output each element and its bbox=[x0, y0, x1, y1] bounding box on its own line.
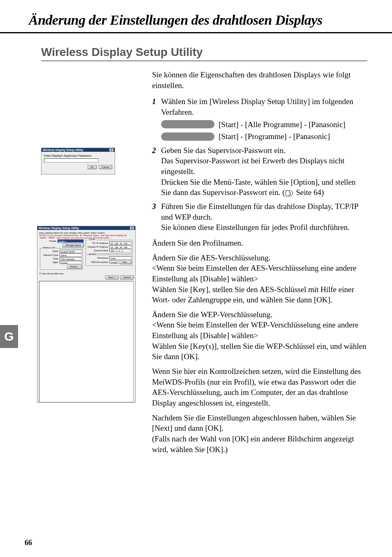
aes-field: Disable bbox=[109, 260, 119, 264]
callout-1: Ändern Sie den Profilnamen. bbox=[152, 238, 367, 248]
callout-3b: <Wenn Sie beim Einstellen der WEP-Versch… bbox=[152, 320, 367, 341]
final-1: Nachdem Sie die Einstellungen abgeschlos… bbox=[152, 413, 367, 434]
callout-3a: Ändern Sie die WEP-Verschlüsselung. bbox=[152, 309, 367, 320]
rate-label: Rate bbox=[41, 258, 60, 260]
section-rule bbox=[41, 60, 367, 61]
dispip-label: Display IP Address bbox=[87, 246, 109, 248]
step-3-line2: Sie können diese Einstellungen für jedes… bbox=[161, 222, 367, 233]
rate-field: Fully Automatic bbox=[60, 257, 82, 260]
step-2-number: 2 bbox=[152, 145, 161, 198]
side-tab: G bbox=[0, 325, 18, 348]
wep-field: Disable bbox=[60, 261, 82, 264]
password-dialog-screenshot: Wireless Display Setup Utility × Enter D… bbox=[41, 148, 115, 174]
change-name-button: Change Name bbox=[62, 243, 84, 247]
step-2-line3b: Seite 64) bbox=[294, 188, 324, 197]
subnet-label: Subnet Mask bbox=[87, 249, 109, 252]
nettype-field: AdHoc bbox=[60, 253, 82, 257]
nettype-label: Network Type bbox=[41, 254, 60, 256]
section-title: Wireless Display Setup Utility bbox=[41, 46, 392, 59]
aes-label: AES Encryption bbox=[87, 261, 109, 263]
meiwds-legend: MeiWDS bbox=[88, 253, 97, 255]
wep-label: WEP bbox=[41, 261, 60, 264]
wlan-legend: Wireless LAN bbox=[42, 246, 56, 249]
meiwds-pw-field: wdsp bbox=[109, 256, 131, 260]
setup-whitearea bbox=[39, 281, 134, 402]
pw-dialog-input bbox=[44, 158, 99, 162]
step-2-line2: Das Supervisor-Passwort ist bei Erwerb d… bbox=[161, 155, 367, 176]
intro-text: Sie können die Eigenschaften des drahtlo… bbox=[152, 70, 367, 91]
pw-cancel-button: Cancel bbox=[99, 165, 112, 169]
final-2: (Falls nach der Wahl von [OK] ein andere… bbox=[152, 434, 367, 455]
callout-2c: Wählen Sie [Key], stellen Sie den AES-Sc… bbox=[152, 284, 367, 305]
step-2-line3a: Drücken Sie die Menü-Taste, wählen Sie [… bbox=[161, 178, 356, 197]
close-icon: × bbox=[130, 227, 134, 230]
tcpip-legend: TCP/IP bbox=[88, 238, 96, 241]
profile-field: Profile 1 bbox=[58, 239, 84, 243]
setup-cancel-button: Cancel bbox=[120, 275, 134, 279]
dispip-field: 10 . 130 . 44 . 234 bbox=[109, 245, 131, 248]
title-rule bbox=[0, 32, 392, 33]
ssid-field: cfvdw07-32794 bbox=[60, 250, 82, 253]
callout-3c: Wählen Sie [Key(s)], stellen Sie die WEP… bbox=[152, 341, 367, 362]
reference-icon bbox=[286, 190, 293, 196]
setup-hint2: NOTE: If you choose "Infrastructure" at … bbox=[39, 234, 134, 239]
pw-dialog-prompt: Enter Display's Supervisor Password. bbox=[44, 154, 112, 157]
page-number: 66 bbox=[25, 538, 32, 547]
step-1-text: Wählen Sie im [Wireless Display Setup Ut… bbox=[161, 96, 367, 117]
page-title: Änderung der Einstellungen des drahtlose… bbox=[0, 0, 392, 32]
callout-4: Wenn Sie hier ein Kontrollzeichen setzen… bbox=[152, 366, 367, 408]
use-profile-label: Use this profile now. bbox=[42, 272, 64, 275]
profile-label: Profile bbox=[39, 240, 58, 242]
subnet-field: 255 . 0 . 0 . 0 bbox=[109, 249, 131, 252]
use-profile-checkbox: ☑ bbox=[39, 272, 42, 275]
pw-dialog-title: Wireless Display Setup Utility bbox=[43, 149, 83, 151]
callout-2a: Ändern Sie die AES-Verschlüsselung. bbox=[152, 253, 367, 263]
os-pill-1 bbox=[161, 120, 214, 128]
setup-dialog-screenshot: Wireless Display Setup Utility × Input s… bbox=[37, 226, 136, 403]
pill-1-text: [Start] - [Alle Programme] - [Panasonic] bbox=[219, 119, 346, 130]
step-3-number: 3 bbox=[152, 201, 161, 233]
step-1-number: 1 bbox=[152, 96, 161, 117]
setup-dialog-title: Wireless Display Setup Utility bbox=[39, 227, 79, 230]
keys-button: Key(s)... bbox=[67, 265, 82, 269]
pcip-field: 10 . 130 . 44 . 233 bbox=[109, 241, 131, 245]
next-button: Next > bbox=[105, 275, 118, 279]
ssid-label: SSID bbox=[41, 250, 60, 253]
step-2-line3: Drücken Sie die Menü-Taste, wählen Sie [… bbox=[161, 177, 367, 198]
key-button: Key... bbox=[120, 260, 131, 264]
meiwds-pw-label: Password bbox=[87, 257, 109, 259]
pill-2-text: [Start] - [Programme] - [Panasonic] bbox=[219, 131, 330, 142]
callout-2b: <Wenn Sie beim Einstellen der AES-Versch… bbox=[152, 263, 367, 284]
step-3-line1: Führen Sie die Einstellungen für das dra… bbox=[161, 201, 367, 222]
os-pill-2 bbox=[161, 132, 214, 141]
pw-ok-button: OK bbox=[88, 165, 97, 169]
close-icon: × bbox=[109, 149, 113, 151]
step-2-line1: Geben Sie das Supervisor-Passwort ein. bbox=[161, 145, 367, 156]
pcip-label: PC IP Address bbox=[87, 242, 109, 244]
